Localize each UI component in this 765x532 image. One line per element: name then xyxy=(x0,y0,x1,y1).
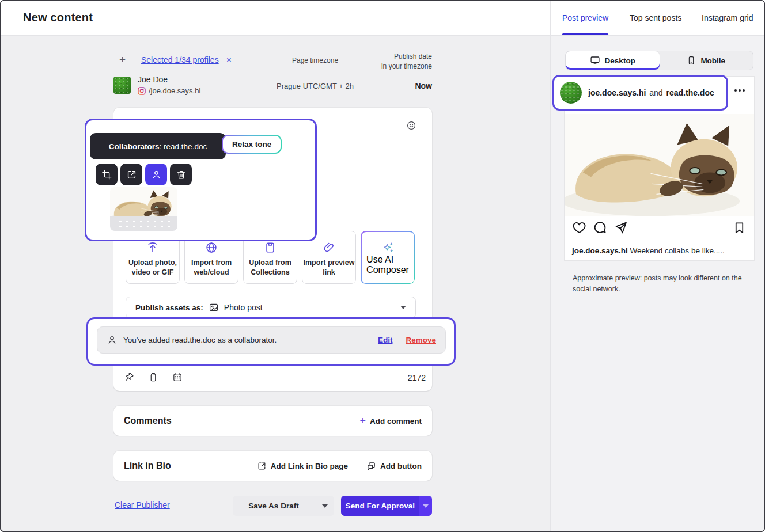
save-icon xyxy=(264,241,277,254)
comments-title: Comments xyxy=(124,416,172,426)
profile-name: Joe Doe xyxy=(138,75,168,84)
character-count: 2172 xyxy=(374,373,426,382)
approval-dropdown-toggle[interactable] xyxy=(419,496,432,516)
add-link-in-bio-page-button[interactable]: Add Link in Bio page xyxy=(257,461,348,471)
profile-handle-row: /joe.doe.says.hi xyxy=(138,86,200,95)
page-timezone-label: Page timezone xyxy=(292,56,338,64)
chevron-down-icon xyxy=(423,504,429,508)
remove-collaborator-link[interactable]: Remove xyxy=(406,336,436,344)
send-for-approval-button[interactable]: Send For Approval xyxy=(341,496,432,516)
paperclip-icon xyxy=(323,241,335,254)
upload-collections-label-2: Collections xyxy=(249,268,291,278)
collaborators-tooltip: Collaborators: read.the.doc xyxy=(90,133,226,159)
caption-username: joe.doe.says.hi xyxy=(572,246,628,255)
collaborator-notice-text: You've added read.the.doc as a collabora… xyxy=(123,336,277,344)
relax-tone-button[interactable]: Relax tone xyxy=(222,135,282,154)
toggle-desktop[interactable]: Desktop xyxy=(566,51,660,70)
selected-profiles-link[interactable]: Selected 1/34 profiles xyxy=(141,55,219,64)
label-icon[interactable] xyxy=(148,372,158,382)
photo-post-icon xyxy=(209,302,219,313)
relax-tone-label: Relax tone xyxy=(223,136,281,153)
caption-text: Weekend collabs be like..... xyxy=(630,246,725,255)
preview-conjunction: and xyxy=(649,88,662,97)
page-title: New content xyxy=(23,11,93,24)
collaborator-highlight-box: Collaborators: read.the.doc Relax tone xyxy=(85,119,317,241)
save-as-draft-button[interactable]: Save As Draft xyxy=(233,496,334,516)
save-as-draft-label: Save As Draft xyxy=(233,496,315,516)
tab-top-sent-posts[interactable]: Top sent posts xyxy=(630,13,681,22)
calendar-icon[interactable] xyxy=(172,372,183,382)
media-toolbar xyxy=(96,164,192,185)
add-button-button[interactable]: Add button xyxy=(366,461,422,471)
add-comment-label: Add comment xyxy=(370,417,422,425)
edit-collaborator-link[interactable]: Edit xyxy=(378,336,393,344)
sparkles-icon xyxy=(381,241,395,254)
toggle-mobile[interactable]: Mobile xyxy=(660,51,753,70)
toggle-mobile-label: Mobile xyxy=(700,56,725,65)
instagram-icon xyxy=(138,87,146,95)
app-window: New content + Selected 1/34 profiles × P… xyxy=(0,0,765,532)
collaborator-notice-highlight-box: You've added read.the.doc as a collabora… xyxy=(86,317,456,366)
instagram-actions xyxy=(572,221,628,235)
pin-icon[interactable] xyxy=(124,372,134,382)
comment-icon xyxy=(593,221,607,235)
draft-dropdown-toggle[interactable] xyxy=(315,496,334,516)
link-in-bio-title: Link in Bio xyxy=(124,461,171,471)
add-comment-button[interactable]: + Add comment xyxy=(359,416,422,426)
clear-profiles-icon[interactable]: × xyxy=(226,55,232,64)
preview-tabs-bar: Post preview Top sent posts Instagram gr… xyxy=(551,1,765,36)
timezone-value: Prague UTC/GMT + 2h xyxy=(263,82,367,90)
collaborators-tooltip-rest: : read.the.doc xyxy=(160,142,207,151)
collaborator-button[interactable] xyxy=(145,164,167,185)
send-for-approval-label: Send For Approval xyxy=(341,496,419,516)
import-web-label-1: Import from xyxy=(191,258,232,268)
toggle-desktop-label: Desktop xyxy=(605,56,635,65)
import-preview-label-2: link xyxy=(304,268,355,278)
publish-assets-dropdown[interactable]: Publish assets as: Photo post xyxy=(126,297,416,318)
link-in-bio-card: Link in Bio Add Link in Bio page Add but… xyxy=(113,451,432,481)
media-thumbnail[interactable] xyxy=(110,187,177,231)
user-icon xyxy=(107,335,118,345)
collab-header-highlight-box: joe.doe.says.hi and read.the.doc xyxy=(552,75,728,111)
open-external-button[interactable] xyxy=(120,164,142,185)
tab-post-preview[interactable]: Post preview xyxy=(562,13,608,22)
drag-handle[interactable] xyxy=(110,216,177,231)
upload-photo-label-2: video or GIF xyxy=(128,268,177,278)
comments-card: Comments + Add comment xyxy=(113,406,432,436)
upload-collections-label-1: Upload from xyxy=(249,258,291,268)
add-button-label: Add button xyxy=(380,462,422,470)
import-preview-label-1: Import preview xyxy=(304,258,355,268)
plus-icon: + xyxy=(359,416,366,426)
publish-date-label-line2: in your timezone xyxy=(381,62,432,70)
upload-arrow-icon xyxy=(146,241,159,254)
add-link-in-bio-page-label: Add Link in Bio page xyxy=(271,462,348,470)
publish-date-label: Publish date in your timezone xyxy=(349,52,432,71)
profile-handle: /joe.doe.says.hi xyxy=(149,86,200,95)
clear-publisher-link[interactable]: Clear Publisher xyxy=(115,500,170,510)
crop-button[interactable] xyxy=(96,164,118,185)
preview-disclaimer: Approximate preview: posts may look diff… xyxy=(573,273,745,295)
top-bar: New content xyxy=(1,1,550,36)
avatar xyxy=(113,77,131,94)
publish-date-label-line1: Publish date xyxy=(394,52,432,60)
upload-photo-label-1: Upload photo, xyxy=(128,258,177,268)
publish-assets-value: Photo post xyxy=(224,303,263,312)
preview-username-2: read.the.doc xyxy=(666,88,714,97)
delete-media-button[interactable] xyxy=(170,164,192,185)
preview-caption: joe.doe.says.hi Weekend collabs be like.… xyxy=(572,246,745,255)
add-profile-button[interactable]: + xyxy=(119,54,126,66)
bookmark-icon xyxy=(733,221,746,234)
ai-composer-label-1: Use AI xyxy=(366,254,409,265)
share-icon xyxy=(613,221,628,235)
more-options-icon xyxy=(734,89,745,92)
globe-icon xyxy=(205,241,218,254)
active-tab-underline xyxy=(562,33,608,35)
collaborator-notice: You've added read.the.doc as a collabora… xyxy=(97,326,446,354)
ai-composer-label-2: Composer xyxy=(366,265,409,275)
ai-composer-button[interactable]: Use AI Composer xyxy=(361,231,415,284)
emoji-picker-icon[interactable] xyxy=(406,120,416,131)
monitor-icon xyxy=(590,55,600,66)
phone-icon xyxy=(687,56,696,65)
divider xyxy=(399,336,399,345)
tab-instagram-grid[interactable]: Instagram grid xyxy=(702,13,753,22)
